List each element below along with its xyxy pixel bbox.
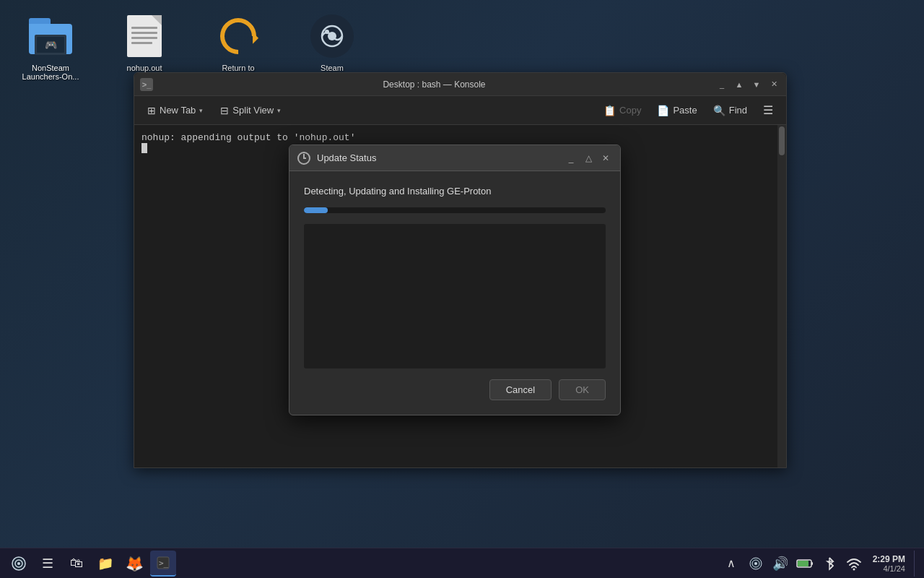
dialog-shade-button[interactable]: _ [564, 151, 578, 165]
dialog-close-button[interactable]: ✕ [598, 151, 613, 165]
konsole-close-button[interactable]: ✕ [767, 78, 780, 91]
copy-label: Copy [619, 105, 641, 116]
split-view-icon: ⊟ [220, 105, 229, 116]
kde-menu-icon [11, 556, 27, 571]
konsole-taskbar-icon: >_ [156, 556, 170, 570]
returnto-icon [215, 13, 261, 59]
konsole-title: Desktop : bash — Konsole [153, 79, 715, 90]
toolbar-right: 📋 Copy 📄 Paste 🔍 Find ☰ [596, 100, 780, 120]
returnto-label: Return to [222, 64, 254, 72]
konsole-window-buttons: _ ▲ ▼ ✕ [715, 78, 780, 91]
paste-label: Paste [673, 105, 697, 116]
copy-icon: 📋 [603, 105, 616, 116]
taskbar-firefox[interactable]: 🦊 [121, 551, 147, 577]
terminal-cursor [141, 143, 147, 153]
dialog-maximize-button[interactable]: △ [581, 151, 596, 165]
split-view-label: Split View [232, 105, 274, 116]
dialog-progress-bar-container [304, 207, 606, 213]
taskbar-left: ☰ 🛍 📁 🦊 >_ [6, 551, 176, 577]
split-view-dropdown-icon: ▾ [277, 107, 281, 114]
taskbar-kde-menu[interactable] [6, 551, 32, 577]
split-view-button[interactable]: ⊟ Split View ▾ [213, 102, 288, 119]
svg-rect-14 [798, 561, 808, 566]
taskbar-system-settings[interactable]: ☰ [35, 551, 61, 577]
steam-label: Steam [321, 64, 344, 72]
dialog-clock-icon [297, 151, 311, 165]
dialog-title-buttons: _ △ ✕ [564, 151, 613, 165]
svg-point-6 [17, 562, 20, 565]
konsole-shade-button[interactable]: _ [715, 78, 728, 91]
find-label: Find [729, 105, 747, 116]
steam-desktop-icon [309, 13, 355, 59]
new-tab-button[interactable]: ⊞ New Tab ▾ [140, 102, 210, 119]
hamburger-menu-button[interactable]: ☰ [756, 100, 780, 120]
firefox-icon: 🦊 [126, 555, 144, 572]
update-dialog: Update Status _ △ ✕ Detecting, Updating … [289, 144, 621, 415]
svg-rect-13 [811, 562, 813, 565]
paste-icon: 📄 [657, 105, 669, 116]
konsole-scrollthumb[interactable] [779, 126, 785, 155]
copy-button[interactable]: 📋 Copy [596, 102, 648, 119]
terminal-output-line: nohup: appending output to 'nohup.out' [141, 132, 779, 143]
dialog-message: Detecting, Updating and Installing GE-Pr… [304, 186, 606, 197]
steam-svg [316, 20, 348, 52]
svg-text:>_: >_ [159, 558, 169, 568]
find-icon: 🔍 [713, 105, 725, 116]
nohup-icon [121, 13, 167, 59]
systray-bluetooth-icon[interactable] [819, 553, 840, 574]
nohup-label: nohup.out [127, 64, 162, 72]
dialog-cancel-button[interactable]: Cancel [489, 379, 552, 400]
dialog-title: Update Status [317, 152, 564, 163]
konsole-maximize-button[interactable]: ▼ [750, 78, 763, 91]
taskbar-clock[interactable]: 2:29 PM 4/1/24 [868, 553, 910, 574]
dialog-content-area [304, 224, 606, 368]
konsole-minimize-button[interactable]: ▲ [733, 78, 746, 91]
taskbar-konsole-active[interactable]: >_ [150, 551, 176, 577]
find-button[interactable]: 🔍 Find [706, 102, 754, 119]
systray-power-icon[interactable] [795, 553, 815, 574]
nonsteam-label: NonSteam Launchers-On... [13, 64, 88, 81]
system-settings-icon: ☰ [42, 556, 53, 571]
taskbar: ☰ 🛍 📁 🦊 >_ [0, 548, 924, 578]
systray-expand-icon[interactable]: ∧ [721, 553, 741, 574]
svg-point-11 [754, 562, 757, 565]
desktop: 🎮 NonSteam Launchers-On... [0, 0, 924, 578]
svg-point-3 [325, 30, 329, 34]
new-tab-icon: ⊞ [147, 105, 156, 116]
konsole-toolbar: ⊞ New Tab ▾ ⊟ Split View ▾ 📋 Copy 📄 Past… [134, 96, 786, 125]
konsole-scrollbar[interactable] [777, 125, 786, 467]
dialog-buttons: Cancel OK [304, 379, 606, 400]
taskbar-dolphin[interactable]: 📁 [92, 551, 118, 577]
taskbar-discover[interactable]: 🛍 [64, 551, 90, 577]
dolphin-icon: 📁 [97, 556, 113, 571]
new-tab-label: New Tab [160, 105, 196, 116]
paste-button[interactable]: 📄 Paste [650, 102, 704, 119]
clock-date: 4/1/24 [883, 564, 905, 573]
systray-audio-icon[interactable]: 🔊 [770, 553, 790, 574]
systray-wifi-icon[interactable] [844, 553, 864, 574]
taskbar-right: ∧ 🔊 [721, 551, 918, 577]
konsole-prompt-icon: >_ [140, 78, 153, 91]
show-desktop-button[interactable] [914, 551, 918, 577]
dialog-progress-bar-fill [304, 207, 328, 213]
desktop-icon-nonsteam[interactable]: 🎮 NonSteam Launchers-On... [7, 7, 94, 87]
nonsteam-icon: 🎮 [27, 13, 74, 59]
new-tab-dropdown-icon: ▾ [199, 107, 203, 114]
dialog-body: Detecting, Updating and Installing GE-Pr… [289, 171, 620, 415]
hamburger-icon: ☰ [763, 103, 773, 117]
konsole-titlebar: >_ Desktop : bash — Konsole _ ▲ ▼ ✕ [134, 73, 786, 96]
svg-point-15 [853, 568, 855, 570]
clock-time: 2:29 PM [873, 554, 905, 564]
discover-icon: 🛍 [70, 556, 83, 571]
dialog-titlebar: Update Status _ △ ✕ [289, 145, 620, 171]
dialog-ok-button[interactable]: OK [559, 379, 606, 400]
systray-steam-icon[interactable] [746, 553, 766, 574]
